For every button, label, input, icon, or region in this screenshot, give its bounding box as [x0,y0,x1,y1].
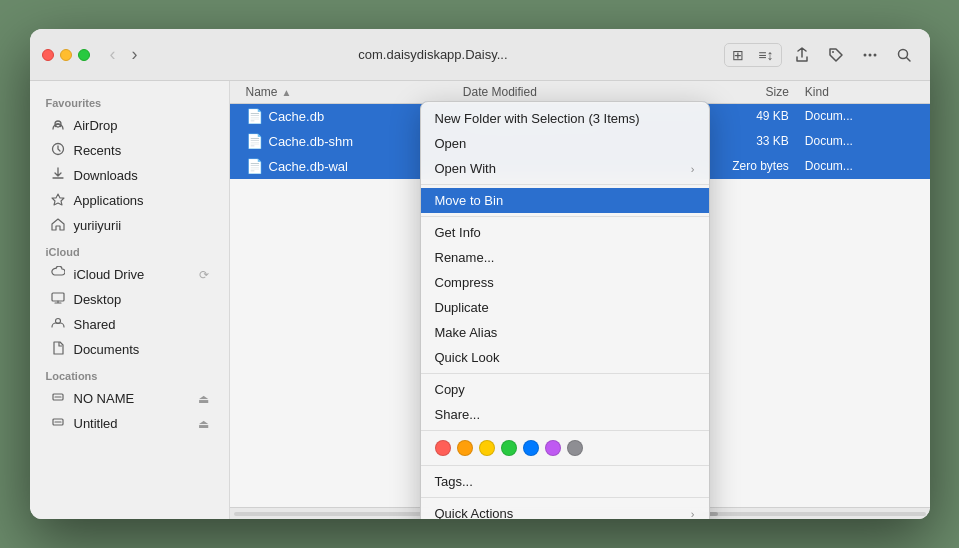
sidebar-item-applications-label: Applications [74,193,144,208]
sort-arrow-icon: ▲ [282,87,292,98]
col-size-label: Size [680,85,789,99]
context-menu: New Folder with Selection (3 Items) Open… [420,101,710,519]
menu-item-compress[interactable]: Compress [421,270,709,295]
sidebar-item-applications[interactable]: Applications [34,188,225,213]
forward-button[interactable]: › [128,42,142,67]
drive-no-name-icon [50,390,66,407]
svg-point-3 [873,53,876,56]
menu-item-tags[interactable]: Tags... [421,469,709,494]
airdrop-icon [50,117,66,134]
maximize-button[interactable] [78,49,90,61]
drive-untitled-icon [50,415,66,432]
color-dot-yellow[interactable] [479,440,495,456]
color-dot-gray[interactable] [567,440,583,456]
menu-item-duplicate-label: Duplicate [435,300,489,315]
toolbar-icons: ⊞ ≡↕ [724,43,917,67]
grid-view-button[interactable]: ⊞ [725,44,751,66]
menu-item-rename-label: Rename... [435,250,495,265]
menu-item-rename[interactable]: Rename... [421,245,709,270]
menu-item-quick-actions[interactable]: Quick Actions › [421,501,709,519]
view-toggle: ⊞ ≡↕ [724,43,781,67]
menu-item-copy-label: Copy [435,382,465,397]
icloud-sync-icon: ⟳ [199,268,209,282]
sidebar-item-no-name[interactable]: NO NAME ⏏ [34,386,225,411]
col-date-label: Date Modified [463,85,680,99]
open-with-chevron-icon: › [691,163,695,175]
sidebar-item-recents[interactable]: Recents [34,138,225,163]
sidebar-item-shared[interactable]: Shared [34,312,225,337]
favourites-label: Favourites [30,89,229,113]
sidebar-item-downloads[interactable]: Downloads [34,163,225,188]
back-button[interactable]: ‹ [106,42,120,67]
menu-item-get-info[interactable]: Get Info [421,220,709,245]
documents-icon [50,341,66,358]
search-button[interactable] [890,43,918,67]
titlebar: ‹ › com.daisydiskapp.Daisy... ⊞ ≡↕ [30,29,930,81]
menu-item-quick-look[interactable]: Quick Look [421,345,709,370]
sidebar-item-untitled-label: Untitled [74,416,118,431]
file-kind-cache-db-wal: Docum... [805,159,914,173]
desktop-icon [50,291,66,308]
sidebar-item-airdrop-label: AirDrop [74,118,118,133]
menu-item-compress-label: Compress [435,275,494,290]
menu-item-open-with[interactable]: Open With › [421,156,709,181]
sidebar-item-desktop[interactable]: Desktop [34,287,225,312]
quick-actions-chevron-icon: › [691,508,695,520]
icloud-label: iCloud [30,238,229,262]
color-tags-row [421,434,709,462]
downloads-icon [50,167,66,184]
file-name-cache-db-wal: Cache.db-wal [269,159,349,174]
menu-item-share[interactable]: Share... [421,402,709,427]
menu-item-copy[interactable]: Copy [421,377,709,402]
sidebar-item-home[interactable]: yuriiyurii [34,213,225,238]
sidebar-item-recents-label: Recents [74,143,122,158]
sidebar-item-documents[interactable]: Documents [34,337,225,362]
sidebar: Favourites AirDrop [30,81,230,519]
menu-separator-5 [421,465,709,466]
sidebar-item-icloud-drive[interactable]: iCloud Drive ⟳ [34,262,225,287]
svg-point-0 [832,51,834,53]
more-button[interactable] [856,43,884,67]
color-dot-red[interactable] [435,440,451,456]
col-kind-label: Kind [805,85,914,99]
menu-item-open[interactable]: Open [421,131,709,156]
eject-no-name-icon[interactable]: ⏏ [198,392,209,406]
file-area: Name ▲ Date Modified Size Kind 📄 Cache.d… [230,81,930,519]
file-kind-cache-db-shm: Docum... [805,134,914,148]
sidebar-item-downloads-label: Downloads [74,168,138,183]
svg-point-1 [863,53,866,56]
color-dot-blue[interactable] [523,440,539,456]
menu-item-open-with-label: Open With [435,161,496,176]
menu-separator-4 [421,430,709,431]
locations-label: Locations [30,362,229,386]
sidebar-item-shared-label: Shared [74,317,116,332]
icloud-drive-icon [50,266,66,283]
menu-item-make-alias[interactable]: Make Alias [421,320,709,345]
menu-item-tags-label: Tags... [435,474,473,489]
menu-separator-6 [421,497,709,498]
file-kind-cache-db: Docum... [805,109,914,123]
menu-item-quick-look-label: Quick Look [435,350,500,365]
menu-item-duplicate[interactable]: Duplicate [421,295,709,320]
share-button[interactable] [788,43,816,67]
menu-item-move-to-bin[interactable]: Move to Bin [421,188,709,213]
tag-button[interactable] [822,43,850,67]
color-dot-purple[interactable] [545,440,561,456]
eject-untitled-icon[interactable]: ⏏ [198,417,209,431]
file-name-cache-db-shm: Cache.db-shm [269,134,354,149]
close-button[interactable] [42,49,54,61]
traffic-lights [42,49,90,61]
minimize-button[interactable] [60,49,72,61]
finder-window: ‹ › com.daisydiskapp.Daisy... ⊞ ≡↕ [30,29,930,519]
sidebar-item-airdrop[interactable]: AirDrop [34,113,225,138]
menu-item-move-to-bin-label: Move to Bin [435,193,504,208]
menu-item-open-label: Open [435,136,467,151]
menu-item-new-folder[interactable]: New Folder with Selection (3 Items) [421,106,709,131]
sidebar-item-documents-label: Documents [74,342,140,357]
home-icon [50,217,66,234]
color-dot-green[interactable] [501,440,517,456]
color-dot-orange[interactable] [457,440,473,456]
svg-point-2 [868,53,871,56]
sidebar-item-untitled[interactable]: Untitled ⏏ [34,411,225,436]
list-sort-button[interactable]: ≡↕ [751,44,780,66]
